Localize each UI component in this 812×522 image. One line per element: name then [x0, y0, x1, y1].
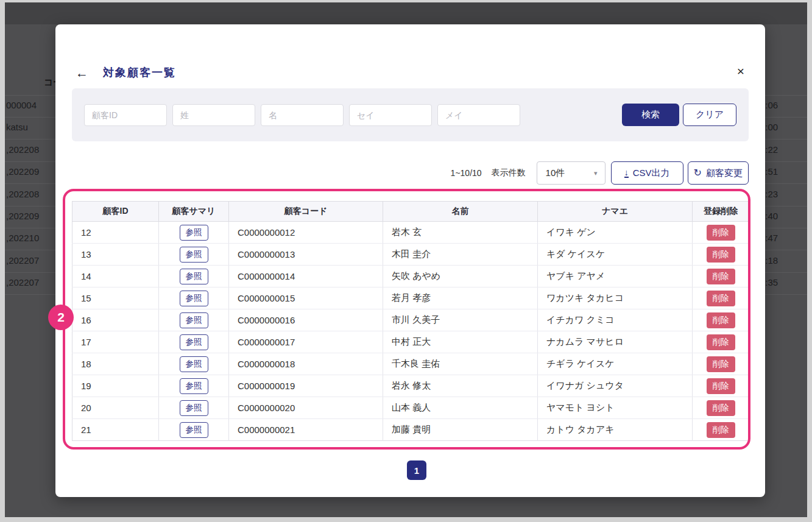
delete-button[interactable]: 削除 — [707, 291, 735, 306]
cell-name-kana: ヤマモト ヨシト — [538, 397, 693, 419]
page-size-select[interactable]: 10件 ▾ — [537, 161, 605, 185]
col-name-kana: ナマエ — [538, 202, 693, 222]
cell-register-delete: 削除 — [693, 244, 749, 266]
delete-button[interactable]: 削除 — [707, 247, 735, 263]
col-name: 名前 — [383, 202, 538, 222]
customer-list-modal: ← 対象顧客一覧 × 検索 クリア 1~10/10 表示件数 10件 ▾ ↓ C… — [55, 24, 765, 497]
delete-button[interactable]: 削除 — [707, 378, 735, 394]
delete-button[interactable]: 削除 — [707, 225, 735, 241]
delete-button[interactable]: 削除 — [707, 422, 735, 438]
cell-name-kana: ヤブキ アヤメ — [538, 266, 693, 287]
cell-customer-summary: 参照 — [159, 375, 229, 397]
reference-button[interactable]: 参照 — [180, 291, 208, 306]
close-icon[interactable]: × — [737, 65, 744, 77]
customer-id-input[interactable] — [84, 104, 167, 126]
delete-button[interactable]: 削除 — [707, 312, 735, 328]
result-range-text: 1~10/10 — [451, 168, 482, 178]
chevron-down-icon: ▾ — [594, 169, 598, 177]
clear-button[interactable]: クリア — [683, 104, 736, 126]
delete-button[interactable]: 削除 — [707, 400, 735, 416]
cell-name-kana: イチカワ クミコ — [538, 309, 693, 331]
cell-customer-id: 15 — [72, 287, 159, 309]
cell-customer-code: C0000000013 — [229, 244, 383, 266]
cell-name: 若月 孝彦 — [383, 287, 538, 309]
first-name-input[interactable] — [261, 104, 344, 126]
cell-customer-id: 18 — [72, 353, 159, 375]
cell-name-kana: チギラ ケイスケ — [538, 353, 693, 375]
cell-customer-summary: 参照 — [159, 222, 229, 244]
table-row: 15 参照 C0000000015 若月 孝彦 ワカツキ タカヒコ 削除 — [72, 287, 749, 309]
delete-button[interactable]: 削除 — [707, 356, 735, 372]
first-name-kana-input[interactable] — [437, 104, 520, 126]
cell-customer-id: 21 — [72, 419, 159, 441]
search-filter-panel: 検索 クリア — [72, 88, 749, 141]
reference-button[interactable]: 参照 — [180, 225, 208, 241]
table-row: 13 参照 C0000000013 木田 圭介 キダ ケイスケ 削除 — [72, 244, 749, 266]
customer-change-label: 顧客変更 — [706, 168, 743, 179]
page-size-label: 表示件数 — [492, 168, 526, 178]
background-cell-text: ,202208 — [6, 189, 39, 199]
reference-button[interactable]: 参照 — [180, 312, 208, 328]
reference-button[interactable]: 参照 — [180, 356, 208, 372]
cell-name: 木田 圭介 — [383, 244, 538, 266]
reference-button[interactable]: 参照 — [180, 334, 208, 350]
cell-customer-summary: 参照 — [159, 266, 229, 287]
pagination-page-1-button[interactable]: 1 — [407, 460, 426, 480]
customer-change-button[interactable]: ↻ 顧客変更 — [688, 161, 749, 185]
cell-customer-id: 16 — [72, 309, 159, 331]
list-toolbar: 1~10/10 表示件数 10件 ▾ ↓ CSV出力 ↻ 顧客変更 — [451, 161, 749, 185]
table-row: 18 参照 C0000000018 千木良 圭佑 チギラ ケイスケ 削除 — [72, 353, 749, 375]
search-button[interactable]: 検索 — [622, 104, 679, 126]
cell-name: 岩永 修太 — [383, 375, 538, 397]
cell-name-kana: カトウ タカアキ — [538, 419, 693, 441]
cell-customer-code: C0000000015 — [229, 287, 383, 309]
cell-customer-id: 19 — [72, 375, 159, 397]
cell-customer-code: C0000000021 — [229, 419, 383, 441]
background-row-divider — [760, 206, 807, 206]
cell-register-delete: 削除 — [693, 375, 749, 397]
table-row: 14 参照 C0000000014 矢吹 あやめ ヤブキ アヤメ 削除 — [72, 266, 749, 287]
background-row-divider — [5, 161, 56, 162]
col-customer-code: 顧客コード — [229, 202, 383, 222]
table-row: 17 参照 C0000000017 中村 正大 ナカムラ マサヒロ 削除 — [72, 331, 749, 353]
csv-export-button[interactable]: ↓ CSV出力 — [611, 161, 683, 185]
cell-register-delete: 削除 — [693, 331, 749, 353]
cell-customer-id: 17 — [72, 331, 159, 353]
background-row-divider — [5, 183, 56, 184]
cell-customer-summary: 参照 — [159, 419, 229, 441]
background-row-divider — [760, 250, 807, 250]
last-name-kana-input[interactable] — [349, 104, 432, 126]
background-row-divider — [5, 294, 56, 295]
cell-customer-code: C0000000016 — [229, 309, 383, 331]
background-cell-text: ,202207 — [6, 277, 39, 287]
cell-name: 矢吹 あやめ — [383, 266, 538, 287]
cell-name-kana: キダ ケイスケ — [538, 244, 693, 266]
back-arrow-icon[interactable]: ← — [76, 66, 88, 79]
background-cell-text: katsu — [6, 122, 28, 132]
cell-customer-id: 20 — [72, 397, 159, 419]
refresh-icon: ↻ — [694, 168, 702, 178]
cell-customer-summary: 参照 — [159, 353, 229, 375]
background-cell-text: ,202210 — [6, 233, 39, 243]
cell-name-kana: イワナガ シュウタ — [538, 375, 693, 397]
reference-button[interactable]: 参照 — [180, 269, 208, 284]
table-row: 16 参照 C0000000016 市川 久美子 イチカワ クミコ 削除 — [72, 309, 749, 331]
background-row-divider — [760, 272, 807, 273]
cell-customer-code: C0000000017 — [229, 331, 383, 353]
last-name-input[interactable] — [172, 104, 255, 126]
background-row-divider — [760, 183, 807, 184]
reference-button[interactable]: 参照 — [180, 378, 208, 394]
reference-button[interactable]: 参照 — [180, 247, 208, 263]
delete-button[interactable]: 削除 — [707, 334, 735, 350]
delete-button[interactable]: 削除 — [707, 269, 735, 284]
cell-register-delete: 削除 — [693, 222, 749, 244]
col-customer-summary: 顧客サマリ — [159, 202, 229, 222]
reference-button[interactable]: 参照 — [180, 400, 208, 416]
background-row-divider — [5, 228, 56, 228]
cell-name-kana: ワカツキ タカヒコ — [538, 287, 693, 309]
download-icon: ↓ — [624, 168, 629, 178]
reference-button[interactable]: 参照 — [180, 422, 208, 438]
customer-table-body: 12 参照 C0000000012 岩木 玄 イワキ ゲン 削除 13 参照 C… — [72, 222, 749, 441]
cell-customer-code: C0000000020 — [229, 397, 383, 419]
background-row-divider — [5, 206, 56, 206]
